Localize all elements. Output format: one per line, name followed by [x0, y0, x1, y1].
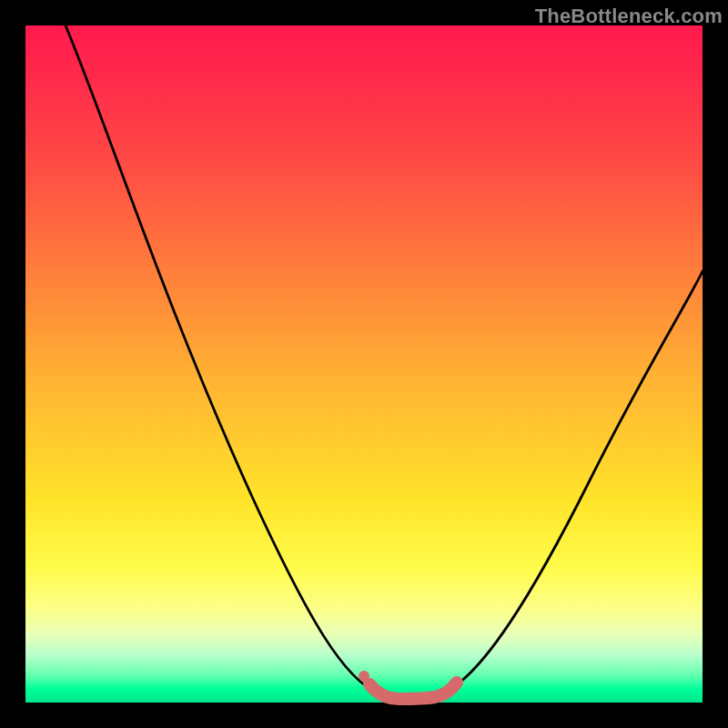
sweet-spot-band	[369, 682, 457, 699]
curve-overlay	[25, 25, 703, 703]
watermark-text: TheBottleneck.com	[535, 5, 723, 28]
plot-area	[25, 25, 703, 703]
sweet-spot-dot	[359, 671, 369, 682]
bottleneck-curve	[66, 25, 703, 696]
